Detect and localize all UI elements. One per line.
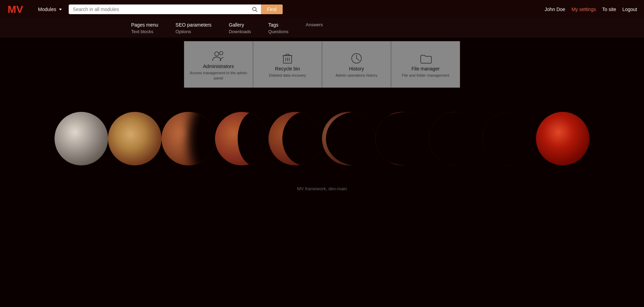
footer-text: MV framework, dev-main <box>297 186 347 191</box>
tile-recycle-bin[interactable]: Recycle bin Deleted data recovery <box>253 41 322 88</box>
clock-icon <box>349 51 364 66</box>
search-input[interactable] <box>69 4 248 14</box>
moon-2 <box>108 112 162 165</box>
nav-group-tags: Tags Questions <box>268 22 289 34</box>
my-settings-link[interactable]: My settings <box>572 7 596 12</box>
tile-history-title: History <box>349 66 364 71</box>
search-icon <box>252 7 257 12</box>
nav-menu: Pages menu Text blocks SEO parameters Op… <box>0 19 644 38</box>
tile-history[interactable]: History Admin operations history <box>322 41 391 88</box>
header: MV Modules Find John Doe My settings To … <box>0 0 644 19</box>
tile-administrators-title: Administrators <box>203 64 234 69</box>
svg-text:MV: MV <box>8 3 23 15</box>
moon-section <box>0 91 644 179</box>
nav-group-pages: Pages menu Text blocks <box>131 22 158 34</box>
tile-administrators-desc: Access management to the admin panel <box>188 70 249 80</box>
svg-point-1 <box>253 7 256 11</box>
chevron-down-icon <box>59 9 62 10</box>
svg-point-4 <box>219 51 223 55</box>
nav-downloads[interactable]: Downloads <box>229 29 251 34</box>
moon-6 <box>322 112 375 165</box>
svg-line-2 <box>256 10 257 12</box>
modules-label: Modules <box>38 7 56 12</box>
svg-line-15 <box>357 58 359 60</box>
moon-7 <box>375 112 429 165</box>
nav-gallery[interactable]: Gallery <box>229 22 251 28</box>
moon-9 <box>482 112 536 165</box>
moon-8 <box>429 112 482 165</box>
moon-1 <box>55 112 108 165</box>
svg-point-3 <box>215 52 219 56</box>
tile-file-manager[interactable]: File manager File and folder management <box>391 41 460 88</box>
tiles-section: Administrators Access management to the … <box>0 38 644 91</box>
nav-tags[interactable]: Tags <box>268 22 289 28</box>
nav-text-blocks[interactable]: Text blocks <box>131 29 158 34</box>
moon-5 <box>269 112 322 165</box>
nav-seo-parameters[interactable]: SEO parameters <box>176 22 212 28</box>
moon-10 <box>536 112 589 165</box>
logo: MV <box>7 2 28 16</box>
nav-group-gallery: Gallery Downloads <box>229 22 251 34</box>
search-bar: Find <box>69 4 283 14</box>
moon-4 <box>215 112 269 165</box>
modules-button[interactable]: Modules <box>35 4 65 14</box>
tiles-row: Administrators Access management to the … <box>184 41 460 88</box>
trash-icon <box>280 51 295 66</box>
search-icon-button[interactable] <box>248 4 261 14</box>
header-right: John Doe My settings To site Logout <box>545 7 637 12</box>
tile-file-manager-title: File manager <box>411 66 440 71</box>
find-button[interactable]: Find <box>261 4 283 14</box>
tile-recycle-bin-desc: Deleted data recovery <box>269 73 306 78</box>
nav-questions[interactable]: Questions <box>268 29 289 34</box>
moon-strip <box>55 112 589 165</box>
users-icon <box>211 48 226 64</box>
tile-administrators[interactable]: Administrators Access management to the … <box>184 41 253 88</box>
tile-file-manager-desc: File and folder management <box>402 73 449 78</box>
nav-options[interactable]: Options <box>176 29 212 34</box>
moon-3 <box>162 112 215 165</box>
nav-answers[interactable]: Answers <box>306 22 323 27</box>
nav-pages-menu[interactable]: Pages menu <box>131 22 158 28</box>
folder-icon <box>418 51 433 66</box>
logout-link[interactable]: Logout <box>622 7 637 12</box>
footer: MV framework, dev-main <box>0 179 644 198</box>
tile-recycle-bin-title: Recycle bin <box>275 66 300 71</box>
nav-group-answers: Answers <box>306 22 323 27</box>
user-name: John Doe <box>545 7 565 12</box>
to-site-link[interactable]: To site <box>602 7 616 12</box>
tile-history-desc: Admin operations history <box>335 73 377 78</box>
nav-group-seo: SEO parameters Options <box>176 22 212 34</box>
